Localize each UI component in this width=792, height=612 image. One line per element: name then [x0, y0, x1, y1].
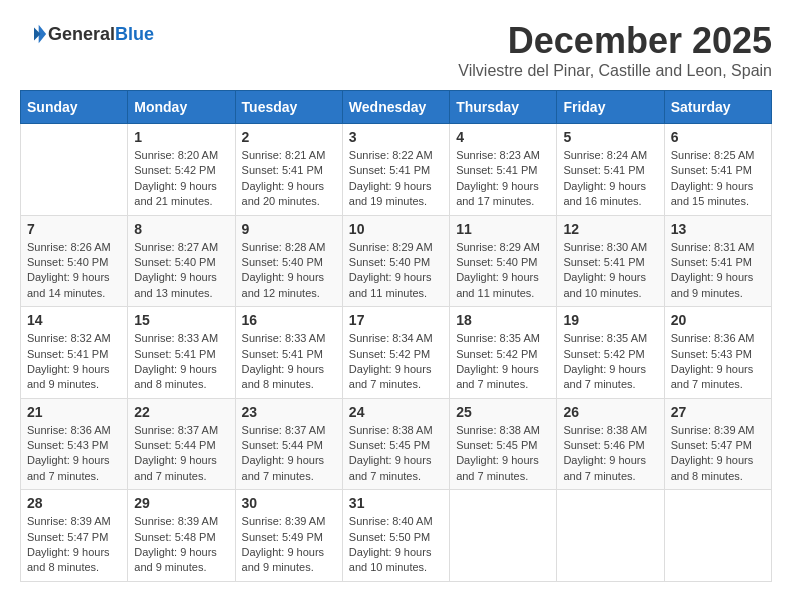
day-number: 30 — [242, 495, 336, 511]
table-row: 13Sunrise: 8:31 AM Sunset: 5:41 PM Dayli… — [664, 215, 771, 307]
calendar-week-row: 21Sunrise: 8:36 AM Sunset: 5:43 PM Dayli… — [21, 398, 772, 490]
day-info: Sunrise: 8:22 AM Sunset: 5:41 PM Dayligh… — [349, 148, 443, 210]
month-title: December 2025 — [458, 20, 772, 62]
table-row: 11Sunrise: 8:29 AM Sunset: 5:40 PM Dayli… — [450, 215, 557, 307]
day-info: Sunrise: 8:39 AM Sunset: 5:49 PM Dayligh… — [242, 514, 336, 576]
day-info: Sunrise: 8:40 AM Sunset: 5:50 PM Dayligh… — [349, 514, 443, 576]
calendar-week-row: 14Sunrise: 8:32 AM Sunset: 5:41 PM Dayli… — [21, 307, 772, 399]
table-row: 12Sunrise: 8:30 AM Sunset: 5:41 PM Dayli… — [557, 215, 664, 307]
table-row: 17Sunrise: 8:34 AM Sunset: 5:42 PM Dayli… — [342, 307, 449, 399]
calendar-week-row: 7Sunrise: 8:26 AM Sunset: 5:40 PM Daylig… — [21, 215, 772, 307]
table-row: 6Sunrise: 8:25 AM Sunset: 5:41 PM Daylig… — [664, 124, 771, 216]
day-info: Sunrise: 8:23 AM Sunset: 5:41 PM Dayligh… — [456, 148, 550, 210]
day-number: 4 — [456, 129, 550, 145]
table-row: 4Sunrise: 8:23 AM Sunset: 5:41 PM Daylig… — [450, 124, 557, 216]
table-row: 3Sunrise: 8:22 AM Sunset: 5:41 PM Daylig… — [342, 124, 449, 216]
day-number: 16 — [242, 312, 336, 328]
logo: GeneralBlue — [20, 20, 154, 48]
day-number: 13 — [671, 221, 765, 237]
day-info: Sunrise: 8:35 AM Sunset: 5:42 PM Dayligh… — [456, 331, 550, 393]
day-number: 7 — [27, 221, 121, 237]
table-row: 8Sunrise: 8:27 AM Sunset: 5:40 PM Daylig… — [128, 215, 235, 307]
day-number: 15 — [134, 312, 228, 328]
day-number: 10 — [349, 221, 443, 237]
day-number: 9 — [242, 221, 336, 237]
table-row: 14Sunrise: 8:32 AM Sunset: 5:41 PM Dayli… — [21, 307, 128, 399]
day-number: 19 — [563, 312, 657, 328]
calendar-header-row: Sunday Monday Tuesday Wednesday Thursday… — [21, 91, 772, 124]
table-row — [664, 490, 771, 582]
table-row: 30Sunrise: 8:39 AM Sunset: 5:49 PM Dayli… — [235, 490, 342, 582]
day-info: Sunrise: 8:39 AM Sunset: 5:47 PM Dayligh… — [27, 514, 121, 576]
day-info: Sunrise: 8:32 AM Sunset: 5:41 PM Dayligh… — [27, 331, 121, 393]
day-number: 6 — [671, 129, 765, 145]
day-info: Sunrise: 8:33 AM Sunset: 5:41 PM Dayligh… — [134, 331, 228, 393]
day-number: 12 — [563, 221, 657, 237]
col-thursday: Thursday — [450, 91, 557, 124]
calendar-week-row: 1Sunrise: 8:20 AM Sunset: 5:42 PM Daylig… — [21, 124, 772, 216]
day-number: 5 — [563, 129, 657, 145]
calendar-table: Sunday Monday Tuesday Wednesday Thursday… — [20, 90, 772, 582]
day-info: Sunrise: 8:29 AM Sunset: 5:40 PM Dayligh… — [456, 240, 550, 302]
day-info: Sunrise: 8:29 AM Sunset: 5:40 PM Dayligh… — [349, 240, 443, 302]
col-wednesday: Wednesday — [342, 91, 449, 124]
table-row: 31Sunrise: 8:40 AM Sunset: 5:50 PM Dayli… — [342, 490, 449, 582]
table-row: 28Sunrise: 8:39 AM Sunset: 5:47 PM Dayli… — [21, 490, 128, 582]
day-number: 31 — [349, 495, 443, 511]
day-info: Sunrise: 8:36 AM Sunset: 5:43 PM Dayligh… — [671, 331, 765, 393]
table-row — [450, 490, 557, 582]
table-row: 29Sunrise: 8:39 AM Sunset: 5:48 PM Dayli… — [128, 490, 235, 582]
day-info: Sunrise: 8:33 AM Sunset: 5:41 PM Dayligh… — [242, 331, 336, 393]
header: GeneralBlue December 2025 Vilviestre del… — [20, 20, 772, 80]
day-info: Sunrise: 8:37 AM Sunset: 5:44 PM Dayligh… — [134, 423, 228, 485]
day-number: 18 — [456, 312, 550, 328]
logo-icon — [20, 20, 48, 48]
day-number: 28 — [27, 495, 121, 511]
day-number: 1 — [134, 129, 228, 145]
day-number: 17 — [349, 312, 443, 328]
day-info: Sunrise: 8:38 AM Sunset: 5:46 PM Dayligh… — [563, 423, 657, 485]
day-info: Sunrise: 8:28 AM Sunset: 5:40 PM Dayligh… — [242, 240, 336, 302]
day-info: Sunrise: 8:25 AM Sunset: 5:41 PM Dayligh… — [671, 148, 765, 210]
table-row: 9Sunrise: 8:28 AM Sunset: 5:40 PM Daylig… — [235, 215, 342, 307]
location-title: Vilviestre del Pinar, Castille and Leon,… — [458, 62, 772, 80]
col-monday: Monday — [128, 91, 235, 124]
table-row: 27Sunrise: 8:39 AM Sunset: 5:47 PM Dayli… — [664, 398, 771, 490]
table-row: 25Sunrise: 8:38 AM Sunset: 5:45 PM Dayli… — [450, 398, 557, 490]
day-info: Sunrise: 8:20 AM Sunset: 5:42 PM Dayligh… — [134, 148, 228, 210]
day-info: Sunrise: 8:21 AM Sunset: 5:41 PM Dayligh… — [242, 148, 336, 210]
day-number: 22 — [134, 404, 228, 420]
calendar-week-row: 28Sunrise: 8:39 AM Sunset: 5:47 PM Dayli… — [21, 490, 772, 582]
day-number: 26 — [563, 404, 657, 420]
day-number: 11 — [456, 221, 550, 237]
table-row: 21Sunrise: 8:36 AM Sunset: 5:43 PM Dayli… — [21, 398, 128, 490]
table-row: 2Sunrise: 8:21 AM Sunset: 5:41 PM Daylig… — [235, 124, 342, 216]
col-saturday: Saturday — [664, 91, 771, 124]
day-number: 8 — [134, 221, 228, 237]
table-row: 20Sunrise: 8:36 AM Sunset: 5:43 PM Dayli… — [664, 307, 771, 399]
day-number: 29 — [134, 495, 228, 511]
table-row: 7Sunrise: 8:26 AM Sunset: 5:40 PM Daylig… — [21, 215, 128, 307]
table-row: 15Sunrise: 8:33 AM Sunset: 5:41 PM Dayli… — [128, 307, 235, 399]
day-info: Sunrise: 8:35 AM Sunset: 5:42 PM Dayligh… — [563, 331, 657, 393]
day-number: 27 — [671, 404, 765, 420]
day-number: 25 — [456, 404, 550, 420]
table-row: 19Sunrise: 8:35 AM Sunset: 5:42 PM Dayli… — [557, 307, 664, 399]
day-number: 24 — [349, 404, 443, 420]
day-info: Sunrise: 8:30 AM Sunset: 5:41 PM Dayligh… — [563, 240, 657, 302]
table-row: 16Sunrise: 8:33 AM Sunset: 5:41 PM Dayli… — [235, 307, 342, 399]
day-number: 3 — [349, 129, 443, 145]
day-number: 21 — [27, 404, 121, 420]
day-number: 20 — [671, 312, 765, 328]
day-info: Sunrise: 8:37 AM Sunset: 5:44 PM Dayligh… — [242, 423, 336, 485]
table-row: 26Sunrise: 8:38 AM Sunset: 5:46 PM Dayli… — [557, 398, 664, 490]
day-number: 14 — [27, 312, 121, 328]
day-info: Sunrise: 8:24 AM Sunset: 5:41 PM Dayligh… — [563, 148, 657, 210]
day-info: Sunrise: 8:34 AM Sunset: 5:42 PM Dayligh… — [349, 331, 443, 393]
table-row: 5Sunrise: 8:24 AM Sunset: 5:41 PM Daylig… — [557, 124, 664, 216]
day-number: 23 — [242, 404, 336, 420]
day-info: Sunrise: 8:38 AM Sunset: 5:45 PM Dayligh… — [349, 423, 443, 485]
table-row: 23Sunrise: 8:37 AM Sunset: 5:44 PM Dayli… — [235, 398, 342, 490]
day-info: Sunrise: 8:27 AM Sunset: 5:40 PM Dayligh… — [134, 240, 228, 302]
table-row: 18Sunrise: 8:35 AM Sunset: 5:42 PM Dayli… — [450, 307, 557, 399]
